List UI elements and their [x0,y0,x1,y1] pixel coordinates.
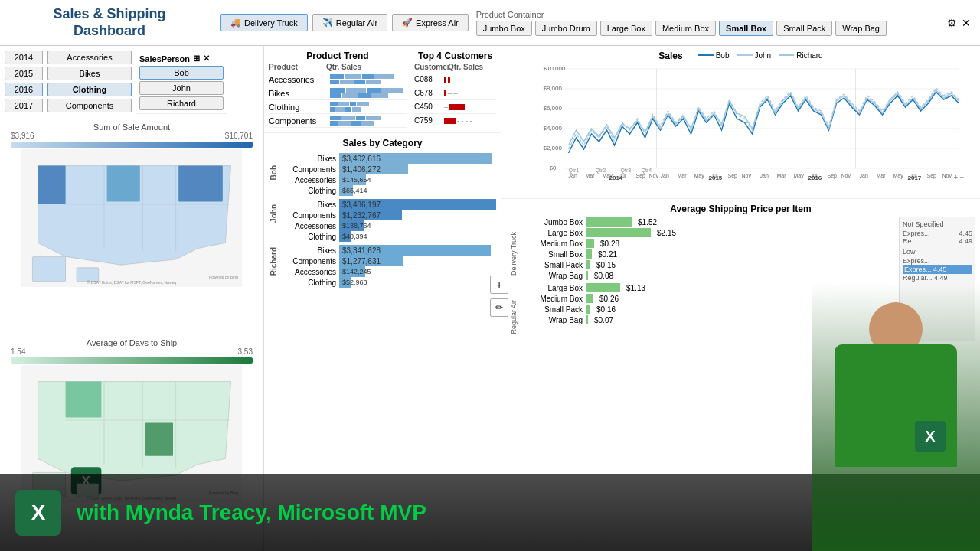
salesperson-bob-btn[interactable]: Bob [139,66,224,80]
add-chart-btn[interactable]: + [490,276,508,294]
category-components-btn[interactable]: Components [47,99,132,112]
truck-icon: 🚚 [230,18,241,28]
year-2017-btn[interactable]: 2017 [5,99,43,112]
svg-text:2017: 2017 [908,174,922,180]
svg-text:Mar: Mar [586,173,596,178]
settings-icon[interactable]: ✕ [962,17,971,29]
container-section: Product Container Jumbo Box Jumbo Drum L… [476,10,947,36]
svg-text:$2,000: $2,000 [544,145,563,152]
usa-map-svg: © DSAT Editor, DSAT for MSFT, GeoNames, … [3,149,260,287]
year-2015-btn[interactable]: 2015 [5,67,43,80]
container-jumbo-box[interactable]: Jumbo Box [476,21,532,36]
excel-icon: X [15,490,61,536]
svg-text:Sep: Sep [636,173,646,179]
svg-text:© DSAT Editor, DSAT for MSFT, : © DSAT Editor, DSAT for MSFT, GeoNames, … [87,280,177,285]
bottom-overlay: X with Mynda Treacy, Microsoft MVP X [0,474,980,551]
svg-rect-17 [66,382,102,418]
john-rows: Bikes $3,486,197 Components $1,232,767 [279,199,496,242]
transport-express-btn[interactable]: 🚀 Express Air [392,14,469,31]
trend-rows: Accessories [269,73,407,128]
svg-text:Mar: Mar [877,173,887,178]
svg-text:$8,000: $8,000 [544,85,563,92]
svg-text:Sep: Sep [828,173,838,179]
filter-icon[interactable]: ⚙ [947,17,957,29]
container-wrap-bag[interactable]: Wrap Bag [835,21,887,36]
legend-richard: Richard [779,51,822,60]
sales-chart-section: Sales Bob John Richard [501,46,980,199]
svg-text:$4,000: $4,000 [544,125,563,132]
bob-accessories-row: Accessories $145,654 [279,174,496,185]
transport-truck-btn[interactable]: 🚚 Delivery Truck [220,14,308,31]
salesperson-block: SalesPerson ⊞ ✕ Bob John Richard [136,51,227,114]
trend-bars-accessories [330,74,407,84]
trend-row-accessories: Accessories [269,73,407,86]
top4-title: Top 4 Customers [414,51,496,61]
avg-large-box-row: Large Box $2.15 [521,228,899,237]
transport-air-btn[interactable]: ✈️ Regular Air [312,14,387,31]
avg-wrap-bag-row: Wrap Bag $0.08 [521,271,899,280]
sale-map: © DSAT Editor, DSAT for MSFT, GeoNames, … [3,149,260,287]
svg-text:$10,000: $10,000 [544,65,566,72]
person-image: X [812,283,980,551]
salesperson-john-btn[interactable]: John [139,81,224,95]
trend-row-clothing: Clothing [269,100,407,114]
svg-text:Nov: Nov [742,173,752,178]
avg-jumbo-box-row: Jumbo Box $1.52 [521,217,899,227]
top4-col-sales: Qtr. Sales [448,63,494,71]
filter-icon-sp[interactable]: ⊞ [193,54,200,64]
svg-rect-7 [178,166,223,202]
svg-text:Qtr1: Qtr1 [569,168,580,174]
sbc-content: Bob John Richard Bikes $3,402,616 [269,153,496,288]
richard-clothing-row: Clothing $52,963 [279,277,496,288]
days-range: 1.54 3.53 [3,347,260,356]
bob-clothing-row: Clothing $65,414 [279,185,496,196]
sale-amount-title: Sum of Sale Amount [3,122,260,132]
edit-chart-btn[interactable]: ✏ [490,298,508,317]
year-2016-btn[interactable]: 2016 [5,83,43,96]
pt-col-qtrsales: Qtr. Sales [326,63,395,71]
svg-text:Nov: Nov [649,173,659,178]
overlay-text: with Mynda Treacy, Microsoft MVP [77,500,426,525]
svg-text:Qtr3: Qtr3 [621,168,632,174]
bob-bikes-row: Bikes $3,402,616 [279,153,496,164]
avg-medium-box-row: Medium Box $0.28 [521,239,899,248]
category-bikes-btn[interactable]: Bikes [47,67,132,80]
days-range-bar [11,357,253,364]
chart-legend: Bob John Richard [698,51,823,60]
year-2014-btn[interactable]: 2014 [5,51,43,64]
regular-air-side-label: Regular Air [510,300,518,334]
salesperson-richard-btn[interactable]: Richard [139,96,224,110]
john-bikes-row: Bikes $3,486,197 [279,199,496,210]
container-jumbo-drum[interactable]: Jumbo Drum [535,21,597,36]
svg-text:May: May [694,173,705,179]
title-block: Sales & Shipping Dashboard [6,6,213,39]
svg-text:$6,000: $6,000 [544,105,563,112]
svg-rect-5 [38,166,66,204]
top4-row-0: C088 – – [414,73,496,86]
clear-icon-sp[interactable]: ✕ [203,54,210,64]
svg-text:Jan: Jan [860,173,868,178]
category-filters: Accessories Bikes Clothing Components [47,51,132,114]
top4-rows: C088 – – C678 [414,73,496,127]
svg-text:Sep: Sep [728,173,738,179]
svg-text:Nov: Nov [841,173,851,178]
top4-row-1: C678 – – [414,86,496,100]
express-icon: 🚀 [402,18,413,28]
category-clothing-btn[interactable]: Clothing [47,83,132,96]
sales-by-category-section: Sales by Category Bob John Richard Bikes [264,133,501,292]
svg-text:2014: 2014 [609,174,623,180]
svg-text:−: − [960,173,965,180]
svg-text:May: May [893,173,904,179]
svg-text:Qtr2: Qtr2 [596,168,606,174]
shirt-excel-logo: X [915,421,946,452]
sale-range: $3,916 $16,701 [3,132,260,140]
container-medium-box[interactable]: Medium Box [655,21,716,36]
trend-row-components: Components [269,114,407,128]
svg-text:Jan: Jan [569,173,577,178]
container-small-box[interactable]: Small Box [719,21,773,36]
container-large-box[interactable]: Large Box [600,21,652,36]
container-small-pack[interactable]: Small Pack [776,21,832,36]
header-icons: ⚙ ✕ [947,17,974,29]
category-accessories-btn[interactable]: Accessories [47,51,132,64]
svg-rect-18 [145,423,173,456]
